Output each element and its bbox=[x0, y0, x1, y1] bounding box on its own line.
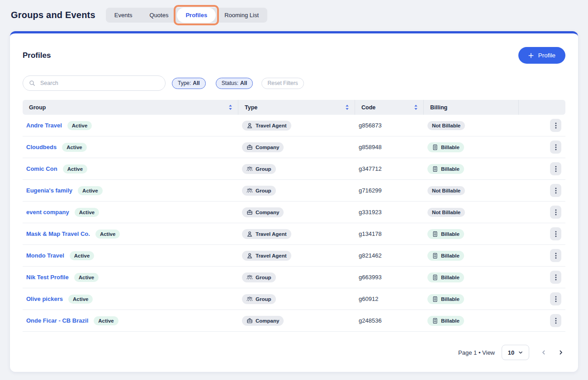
group-link[interactable]: Andre Travel bbox=[26, 122, 62, 129]
group-link[interactable]: Nik Test Profile bbox=[26, 274, 69, 281]
actions-cell bbox=[519, 119, 565, 132]
group-link[interactable]: Comic Con bbox=[26, 165, 57, 172]
tab-bar: Events Quotes Profiles Rooming List bbox=[106, 8, 267, 23]
group-link[interactable]: Onde Ficar - CB Brazil bbox=[26, 317, 88, 324]
billing-cell: Billable bbox=[424, 294, 519, 304]
table-row: Nik Test Profile Active Group g663993 Bi… bbox=[23, 267, 565, 288]
page: Groups and Events Events Quotes Profiles… bbox=[0, 0, 588, 372]
group-link[interactable]: Mask & Map Travel Co. bbox=[26, 230, 90, 237]
type-label: Travel Agent bbox=[256, 253, 287, 258]
row-actions-button[interactable] bbox=[550, 184, 561, 197]
next-page-button[interactable] bbox=[556, 348, 565, 357]
kebab-icon bbox=[555, 231, 557, 237]
column-header-code[interactable]: Code bbox=[355, 100, 424, 115]
tab-profiles[interactable]: Profiles bbox=[177, 8, 216, 23]
add-profile-button[interactable]: Profile bbox=[518, 47, 565, 64]
group-link[interactable]: Olive pickers bbox=[26, 296, 63, 302]
billing-cell: Billable bbox=[424, 272, 519, 282]
type-label: Travel Agent bbox=[256, 123, 287, 128]
type-filter-button[interactable]: Type: All bbox=[172, 78, 206, 89]
type-badge: Group bbox=[242, 186, 276, 196]
type-label: Company bbox=[256, 210, 279, 215]
row-actions-button[interactable] bbox=[550, 271, 561, 284]
kebab-icon bbox=[555, 296, 557, 302]
billing-cell: Not Billable bbox=[424, 186, 519, 195]
table-row: Comic Con Active Group g347712 Billable bbox=[23, 158, 565, 180]
status-badge: Active bbox=[63, 164, 88, 174]
billable-icon bbox=[432, 274, 438, 281]
table-row: event company Active Company g331923 Not… bbox=[23, 202, 565, 223]
row-actions-button[interactable] bbox=[550, 141, 561, 154]
group-cell: Cloudbeds Active bbox=[23, 143, 238, 152]
status-filter-button[interactable]: Status: All bbox=[216, 78, 253, 89]
type-filter-label: Type: bbox=[178, 80, 191, 86]
billing-cell: Not Billable bbox=[424, 208, 519, 217]
kebab-icon bbox=[555, 188, 557, 194]
billing-label: Not Billable bbox=[432, 188, 460, 193]
sort-icon[interactable] bbox=[228, 104, 232, 110]
tab-label: Profiles bbox=[185, 12, 207, 19]
tab-quotes[interactable]: Quotes bbox=[141, 8, 177, 23]
company-icon bbox=[247, 318, 253, 324]
company-icon bbox=[247, 144, 253, 150]
panel-title: Profiles bbox=[23, 51, 51, 60]
row-actions-button[interactable] bbox=[550, 227, 561, 240]
group-icon bbox=[247, 166, 253, 172]
type-badge: Group bbox=[242, 164, 276, 174]
tab-rooming-list[interactable]: Rooming List bbox=[216, 8, 267, 23]
code-value: g248536 bbox=[359, 317, 382, 324]
filters-row: Type: All Status: All Reset Filters bbox=[23, 75, 565, 91]
type-cell: Group bbox=[238, 294, 355, 304]
row-actions-button[interactable] bbox=[550, 314, 561, 327]
type-label: Company bbox=[256, 318, 279, 324]
actions-cell bbox=[519, 292, 565, 305]
code-cell: g331923 bbox=[355, 209, 424, 216]
code-value: g331923 bbox=[359, 209, 382, 216]
sort-icon[interactable] bbox=[345, 104, 349, 110]
row-actions-button[interactable] bbox=[550, 292, 561, 305]
chevron-left-icon bbox=[541, 350, 546, 355]
type-cell: Company bbox=[238, 142, 355, 152]
group-cell: Andre Travel Active bbox=[23, 121, 238, 130]
type-badge: Travel Agent bbox=[242, 229, 291, 239]
billing-label: Billable bbox=[441, 318, 460, 324]
code-value: g60912 bbox=[359, 296, 378, 302]
table-row: Mask & Map Travel Co. Active Travel Agen… bbox=[23, 223, 565, 245]
group-link[interactable]: Mondo Travel bbox=[26, 252, 64, 259]
column-header-billing[interactable]: Billing bbox=[424, 100, 519, 115]
code-value: g347712 bbox=[359, 165, 382, 172]
column-label: Code bbox=[361, 104, 375, 111]
type-badge: Group bbox=[242, 294, 276, 304]
group-link[interactable]: Cloudbeds bbox=[26, 144, 57, 150]
column-header-actions[interactable] bbox=[519, 100, 565, 115]
group-link[interactable]: event company bbox=[26, 209, 69, 216]
code-value: g856873 bbox=[359, 122, 382, 129]
table-row: Onde Ficar - CB Brazil Active Company g2… bbox=[23, 310, 565, 332]
group-link[interactable]: Eugenia's family bbox=[26, 187, 72, 194]
row-actions-button[interactable] bbox=[550, 162, 561, 175]
search-input[interactable] bbox=[23, 75, 166, 91]
code-value: g858948 bbox=[359, 144, 382, 150]
sort-icon[interactable] bbox=[414, 104, 418, 110]
page-size-select[interactable]: 10 bbox=[502, 345, 529, 360]
column-header-type[interactable]: Type bbox=[238, 100, 355, 115]
type-cell: Group bbox=[238, 164, 355, 174]
profiles-card: Profiles Profile Type: All Status: All R… bbox=[10, 31, 578, 372]
reset-filters-button[interactable]: Reset Filters bbox=[261, 78, 303, 89]
tab-events[interactable]: Events bbox=[106, 8, 141, 23]
group-icon bbox=[247, 274, 253, 281]
kebab-icon bbox=[555, 274, 557, 281]
row-actions-button[interactable] bbox=[550, 119, 561, 132]
group-cell: Mask & Map Travel Co. Active bbox=[23, 230, 238, 239]
row-actions-button[interactable] bbox=[550, 206, 561, 219]
group-cell: Olive pickers Active bbox=[23, 295, 238, 304]
kebab-icon bbox=[555, 122, 557, 129]
prev-page-button[interactable] bbox=[539, 348, 548, 357]
type-label: Group bbox=[256, 275, 271, 280]
row-actions-button[interactable] bbox=[550, 249, 561, 262]
status-badge: Active bbox=[67, 121, 92, 130]
column-header-group[interactable]: Group bbox=[23, 100, 238, 115]
actions-cell bbox=[519, 227, 565, 240]
actions-cell bbox=[519, 314, 565, 327]
billable-icon bbox=[432, 253, 438, 259]
